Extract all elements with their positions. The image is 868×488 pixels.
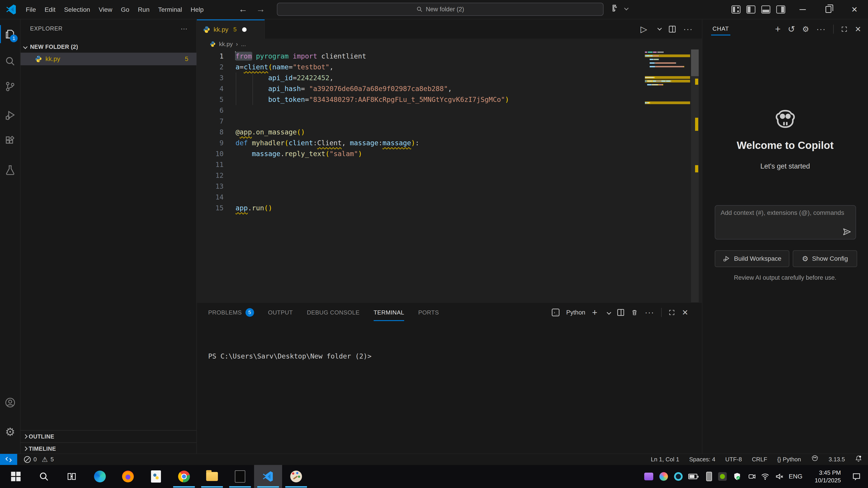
copilot-titlebar-button[interactable] xyxy=(610,4,628,13)
tray-camera-icon[interactable] xyxy=(747,465,756,488)
panel-more-actions-icon[interactable]: ··· xyxy=(645,308,654,317)
menu-file[interactable]: File xyxy=(22,4,40,15)
status-bell-icon[interactable] xyxy=(855,455,862,464)
toggle-panel-icon[interactable] xyxy=(761,5,770,13)
status-item--python[interactable]: {} Python xyxy=(777,456,801,463)
close-panel-icon[interactable]: ✕ xyxy=(682,308,688,317)
taskbar-firefox[interactable] xyxy=(114,465,142,488)
chat-more-actions-icon[interactable]: ··· xyxy=(816,24,826,34)
taskbar-python-file[interactable] xyxy=(142,465,170,488)
chat-tab[interactable]: CHAT xyxy=(712,25,729,32)
kill-terminal-icon[interactable] xyxy=(631,309,638,316)
explorer-more-icon[interactable]: ··· xyxy=(181,25,187,32)
toggle-secondary-sidebar-icon[interactable] xyxy=(776,5,785,13)
tray-volume-muted-icon[interactable] xyxy=(775,465,784,488)
menu-edit[interactable]: Edit xyxy=(40,4,60,15)
customize-layout-icon[interactable] xyxy=(732,5,741,13)
code-line[interactable]: 9def myhadler(client:Client, massage:mas… xyxy=(197,138,702,149)
overview-ruler[interactable] xyxy=(691,50,699,302)
status-item-3-13-5[interactable]: 3.13.5 xyxy=(829,456,845,463)
tray-language-indicator[interactable]: ENG xyxy=(789,465,802,488)
breadcrumb-file[interactable]: kk.py xyxy=(219,41,233,48)
task-view-button[interactable] xyxy=(58,465,86,488)
panel-tab-problems[interactable]: PROBLEMS5 xyxy=(208,302,254,322)
code-line[interactable]: 5 bot_token="8343480297:AAF8KcRpgFLu_t_5… xyxy=(197,94,702,105)
activity-explorer[interactable]: 1 xyxy=(0,23,20,45)
build-workspace-button[interactable]: Build Workspace xyxy=(715,250,789,267)
code-line[interactable]: 8@app.on_massage() xyxy=(197,127,702,138)
code-line[interactable]: 7 xyxy=(197,116,702,127)
send-icon[interactable] xyxy=(842,227,851,236)
run-dropdown-icon[interactable] xyxy=(657,26,662,31)
tray-app-icon[interactable] xyxy=(674,465,683,488)
tray-m365-copilot-icon[interactable] xyxy=(659,465,668,488)
nav-forward-icon[interactable]: → xyxy=(255,4,266,14)
terminal-shell-label[interactable]: Python xyxy=(566,309,585,316)
code-line[interactable]: 2a=client(name="testbot", xyxy=(197,62,702,72)
notification-center-icon[interactable] xyxy=(852,465,861,488)
code-line[interactable]: 3 api_id=22422452, xyxy=(197,72,702,84)
new-terminal-icon[interactable]: + xyxy=(592,307,597,318)
command-center-search[interactable]: New folder (2) xyxy=(277,3,603,16)
taskbar-chrome[interactable] xyxy=(170,465,198,488)
tray-security-shield-icon[interactable] xyxy=(733,465,741,488)
window-close-button[interactable]: ✕ xyxy=(846,0,862,19)
tab-kkpy[interactable]: kk.py 5 xyxy=(197,20,265,39)
menu-terminal[interactable]: Terminal xyxy=(154,4,186,15)
tray-nvidia-icon[interactable] xyxy=(718,465,727,488)
tray-wifi-icon[interactable] xyxy=(761,465,770,488)
panel-tab-debug-console[interactable]: DEBUG CONSOLE xyxy=(307,302,360,322)
run-python-file-button[interactable]: ▷ xyxy=(641,24,647,34)
tab-modified-dot[interactable] xyxy=(242,27,247,32)
chat-input[interactable]: Add context (#), extensions (@), command… xyxy=(715,205,856,239)
menu-go[interactable]: Go xyxy=(117,4,133,15)
panel-tab-ports[interactable]: PORTS xyxy=(418,302,439,322)
close-chat-icon[interactable]: ✕ xyxy=(855,25,862,34)
minimap[interactable] xyxy=(645,51,690,177)
activity-extensions[interactable] xyxy=(0,129,20,152)
taskbar-file-explorer[interactable] xyxy=(198,465,226,488)
code-line[interactable]: 12 xyxy=(197,170,702,181)
split-editor-icon[interactable] xyxy=(669,26,676,33)
show-config-button[interactable]: ⚙ Show Config xyxy=(793,250,857,267)
activity-settings[interactable]: ⚙ xyxy=(0,421,20,443)
folder-section-header[interactable]: NEW FOLDER (2) xyxy=(21,41,196,53)
status-item-ln-1-col-1[interactable]: Ln 1, Col 1 xyxy=(651,456,679,463)
maximize-panel-icon[interactable] xyxy=(669,309,675,316)
tray-phone-link-icon[interactable] xyxy=(706,465,712,488)
code-line[interactable]: 15app.run() xyxy=(197,203,702,214)
problems-status[interactable]: 0 ⚠ 5 xyxy=(24,454,54,465)
remote-indicator[interactable] xyxy=(0,454,17,465)
scrollbar-slider[interactable] xyxy=(691,50,699,76)
code-line[interactable]: 1from pyrogram import clientlient xyxy=(197,51,702,62)
file-item-kkpy[interactable]: kk.py 5 xyxy=(21,53,196,65)
activity-search[interactable] xyxy=(0,50,20,72)
code-line[interactable]: 13 xyxy=(197,181,702,192)
tray-clock[interactable]: 3:45 PM 10/1/2025 xyxy=(815,465,841,488)
outline-section[interactable]: OUTLINE xyxy=(21,430,196,442)
timeline-section[interactable]: TIMELINE xyxy=(21,442,196,455)
breadcrumb-symbol[interactable]: ... xyxy=(241,41,246,48)
split-terminal-icon[interactable] xyxy=(617,309,624,316)
editor-more-actions-icon[interactable]: ··· xyxy=(683,24,693,34)
window-restore-button[interactable] xyxy=(820,0,836,19)
taskbar-paint[interactable] xyxy=(282,465,310,488)
taskbar-terminal[interactable] xyxy=(226,465,254,488)
taskbar-edge[interactable] xyxy=(86,465,114,488)
code-line[interactable]: 6 xyxy=(197,105,702,116)
code-line[interactable]: 11 xyxy=(197,159,702,170)
tray-folder-icon[interactable] xyxy=(644,465,653,488)
status-copilot-icon[interactable] xyxy=(811,455,819,464)
status-item-crlf[interactable]: CRLF xyxy=(752,456,767,463)
toggle-sidebar-icon[interactable] xyxy=(746,5,755,13)
menu-view[interactable]: View xyxy=(94,4,117,15)
status-item-utf-8[interactable]: UTF-8 xyxy=(725,456,742,463)
panel-tab-terminal[interactable]: TERMINAL xyxy=(374,302,404,322)
menu-run[interactable]: Run xyxy=(133,4,154,15)
maximize-chat-icon[interactable] xyxy=(841,26,848,33)
activity-accounts[interactable] xyxy=(0,391,20,414)
terminal-dropdown-icon[interactable] xyxy=(607,310,611,315)
code-line[interactable]: 14 xyxy=(197,192,702,203)
chat-history-icon[interactable]: ↺ xyxy=(788,24,795,34)
new-chat-icon[interactable]: + xyxy=(775,24,781,35)
